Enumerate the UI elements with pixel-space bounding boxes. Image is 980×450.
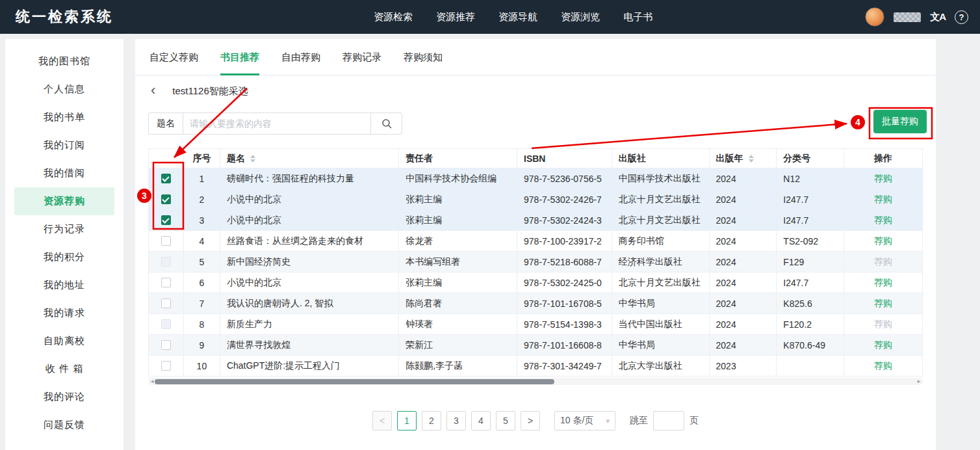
tab[interactable]: 荐购须知 [404, 39, 443, 75]
cell-publisher: 北京十月文艺出版社 [612, 210, 710, 230]
page-button[interactable]: 1 [397, 411, 417, 430]
column-header[interactable]: 出版年 [710, 149, 777, 168]
language-icon[interactable]: 文A [930, 11, 946, 23]
recommend-link[interactable]: 荐购 [874, 173, 892, 185]
cell-class-no: I247.7 [777, 272, 844, 293]
cell-title: 满世界寻找敦煌 [220, 335, 399, 355]
cell-action: 荐购 [844, 335, 922, 355]
recommend-link[interactable]: 荐购 [874, 339, 892, 351]
cell-publisher: 中华书局 [612, 335, 710, 355]
navbar-link[interactable]: 资源导航 [498, 11, 537, 23]
navbar-right: 文A ? [865, 0, 968, 34]
sidebar-item[interactable]: 收 件 箱 [14, 355, 114, 383]
cell-author: 陈颢鹏,李子菡 [399, 356, 517, 376]
username-redacted[interactable] [894, 12, 921, 22]
sidebar-item[interactable]: 我的积分 [14, 243, 114, 271]
cell-num: 10 [184, 356, 220, 376]
navbar-links: 资源检索资源推荐资源导航资源浏览电子书 [374, 0, 653, 34]
page-button[interactable]: 4 [471, 411, 491, 430]
row-checkbox[interactable] [161, 174, 171, 183]
column-header: 操作 [844, 149, 922, 168]
tab[interactable]: 自定义荐购 [149, 39, 198, 75]
page-button[interactable]: 2 [422, 411, 441, 430]
search-input[interactable] [183, 112, 371, 135]
tab[interactable]: 书目推荐 [220, 39, 259, 75]
help-icon[interactable]: ? [955, 10, 968, 24]
row-checkbox [161, 257, 171, 267]
sort-asc-icon [250, 155, 255, 158]
list-title: test1126智能采选 [172, 85, 248, 98]
tab[interactable]: 荐购记录 [342, 39, 381, 75]
navbar-link[interactable]: 资源浏览 [561, 11, 600, 23]
sidebar-item[interactable]: 我的请求 [14, 299, 114, 327]
cell-class-no: TS2-092 [777, 231, 844, 251]
row-checkbox [161, 319, 171, 329]
table-row: 7我认识的唐朝诗人. 2, 智拟陈尚君著978-7-101-16708-5中华书… [149, 293, 922, 314]
sidebar-item[interactable]: 行为记录 [14, 215, 114, 243]
scroll-right-arrow[interactable]: ▸ [916, 378, 922, 384]
scrollbar-thumb[interactable] [155, 379, 554, 384]
row-checkbox[interactable] [161, 340, 171, 350]
prev-page-button[interactable]: < [372, 411, 392, 430]
column-header: ISBN [517, 149, 612, 168]
sort-icon[interactable] [749, 155, 754, 163]
page-button[interactable]: 5 [496, 411, 515, 430]
row-checkbox[interactable] [161, 278, 171, 287]
recommend-link[interactable]: 荐购 [874, 277, 892, 289]
sidebar-item[interactable]: 我的借阅 [14, 159, 114, 187]
row-checkbox-cell [149, 210, 184, 230]
row-checkbox[interactable] [161, 361, 171, 371]
recommend-link[interactable]: 荐购 [874, 360, 892, 372]
back-button[interactable]: ‹ [151, 83, 155, 98]
cell-title: 小说中的北京 [220, 189, 399, 209]
batch-recommend-button[interactable]: 批量荐购 [873, 110, 927, 133]
sidebar-item[interactable]: 资源荐购 [14, 187, 114, 215]
recommend-link[interactable]: 荐购 [874, 215, 892, 226]
row-checkbox[interactable] [161, 298, 171, 308]
table-body: 1磅礴时代：强国征程的科技力量中国科学技术协会组编978-7-5236-0756… [149, 168, 922, 377]
row-checkbox-cell [149, 189, 184, 209]
sidebar-item[interactable]: 个人信息 [14, 75, 114, 103]
cell-title: 新质生产力 [220, 314, 399, 334]
navbar-link[interactable]: 资源推荐 [436, 11, 475, 23]
sidebar-item[interactable]: 我的地址 [14, 271, 114, 299]
sidebar: 我的图书馆个人信息我的书单我的订阅我的借阅资源荐购行为记录我的积分我的地址我的请… [5, 39, 123, 450]
cell-author: 张莉主编 [399, 272, 517, 293]
column-header[interactable]: 题名 [220, 149, 399, 168]
sidebar-item[interactable]: 问题反馈 [14, 411, 114, 439]
cell-isbn: 978-7-5302-2425-0 [517, 272, 612, 293]
recommend-link[interactable]: 荐购 [874, 298, 892, 310]
cell-year: 2024 [710, 272, 777, 293]
navbar-link[interactable]: 电子书 [623, 11, 653, 23]
next-page-button[interactable]: > [521, 411, 540, 430]
row-checkbox[interactable] [161, 194, 171, 204]
sidebar-item[interactable]: 我的订阅 [14, 131, 114, 159]
search-field-select[interactable]: 题名 [148, 112, 183, 135]
jump-page-input[interactable] [653, 411, 684, 430]
cell-title: 我认识的唐朝诗人. 2, 智拟 [220, 293, 399, 313]
navbar-link[interactable]: 资源检索 [374, 11, 413, 23]
row-checkbox[interactable] [161, 215, 171, 225]
sidebar-item[interactable]: 自助离校 [14, 327, 114, 355]
sidebar-list: 我的图书馆个人信息我的书单我的订阅我的借阅资源荐购行为记录我的积分我的地址我的请… [5, 47, 123, 439]
cell-year: 2024 [710, 293, 777, 313]
page-size-select[interactable]: 10 条/页 ▾ [554, 411, 615, 430]
sidebar-item[interactable]: 我的书单 [14, 103, 114, 131]
scroll-left-arrow[interactable]: ◂ [149, 378, 155, 384]
cell-class-no: N12 [777, 168, 844, 189]
sort-icon[interactable] [250, 155, 255, 163]
user-avatar[interactable] [865, 7, 884, 27]
horizontal-scrollbar[interactable]: ◂ ▸ [148, 378, 923, 385]
page-button[interactable]: 3 [446, 411, 466, 430]
recommend-link[interactable]: 荐购 [874, 235, 892, 247]
recommend-link[interactable]: 荐购 [874, 194, 892, 205]
cell-action: 荐购 [844, 231, 922, 251]
sidebar-item[interactable]: 我的评论 [14, 383, 114, 411]
search-button[interactable] [371, 112, 402, 135]
row-checkbox[interactable] [161, 236, 171, 246]
tab[interactable]: 自由荐购 [281, 39, 320, 75]
cell-isbn: 978-7-5218-6088-7 [517, 252, 612, 272]
sidebar-item[interactable]: 我的图书馆 [14, 47, 114, 75]
list-title-row: ‹ test1126智能采选 [135, 75, 936, 107]
column-header-label: 责任者 [406, 153, 433, 165]
